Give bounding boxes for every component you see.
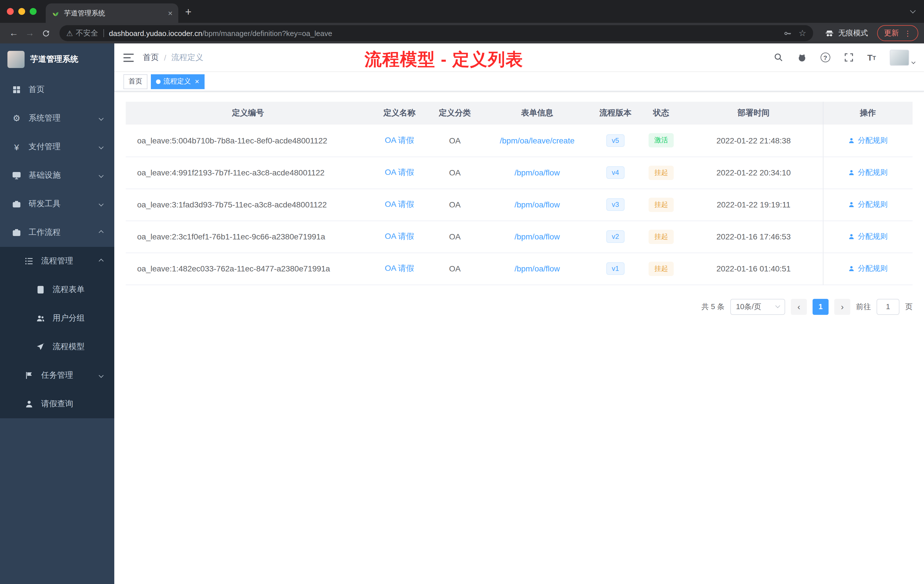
- key-icon[interactable]: [783, 29, 792, 38]
- question-icon[interactable]: ?: [820, 53, 830, 62]
- fullscreen-icon[interactable]: [844, 53, 853, 62]
- definition-category: OA: [429, 188, 481, 221]
- sidebar-item-user-group[interactable]: 用户分组: [0, 304, 114, 333]
- deploy-time: 2022-01-22 21:48:38: [685, 125, 823, 157]
- status-badge: 挂起: [648, 261, 674, 276]
- goto-input[interactable]: [876, 299, 899, 315]
- chevron-down-icon: [99, 173, 104, 178]
- pagination-next[interactable]: ›: [834, 299, 850, 315]
- definition-id: oa_leave:4:991f2193-7b7f-11ec-a3c8-acde4…: [126, 157, 370, 188]
- definition-id: oa_leave:1:482ec033-762a-11ec-8477-a2380…: [126, 252, 370, 285]
- sidebar-item-infrastructure[interactable]: 基础设施: [0, 161, 114, 190]
- tab-favicon-icon: [51, 9, 59, 17]
- tag-home[interactable]: 首页: [124, 74, 147, 89]
- sidebar-item-process-management[interactable]: 流程管理: [0, 247, 114, 276]
- sidebar-item-label: 系统管理: [28, 113, 61, 124]
- form-link[interactable]: /bpm/oa/flow: [515, 232, 560, 241]
- form-link[interactable]: /bpm/oa/flow: [515, 168, 560, 177]
- table-row: oa_leave:3:1fad3d93-7b75-11ec-a3c8-acde4…: [126, 188, 912, 221]
- assign-rule-link[interactable]: 分配规则: [848, 231, 888, 242]
- assign-person-icon: [848, 265, 855, 272]
- assign-person-icon: [848, 201, 855, 208]
- deploy-time: 2022-01-16 17:46:53: [685, 221, 823, 252]
- sidebar-item-leave-query[interactable]: 请假查询: [0, 390, 114, 418]
- deploy-time: 2022-01-16 01:40:51: [685, 252, 823, 285]
- traffic-light-minimize[interactable]: [18, 8, 25, 15]
- bookmark-star-icon[interactable]: ☆: [799, 28, 806, 38]
- tab-search-caret-icon[interactable]: [910, 8, 916, 13]
- assign-rule-link[interactable]: 分配规则: [848, 200, 888, 210]
- sidebar-item-label: 基础设施: [28, 170, 61, 181]
- tag-close-icon[interactable]: ×: [195, 77, 199, 86]
- definition-category: OA: [429, 221, 481, 252]
- tab-close-icon[interactable]: ×: [168, 8, 173, 18]
- tag-label: 首页: [129, 77, 142, 86]
- table-row: oa_leave:5:004b710b-7b8a-11ec-8ef0-acde4…: [126, 125, 912, 157]
- definition-name-link[interactable]: OA 请假: [385, 231, 414, 241]
- traffic-light-maximize[interactable]: [30, 8, 36, 15]
- sidebar-item-label: 首页: [28, 84, 45, 95]
- pagination-prev[interactable]: ‹: [791, 299, 807, 315]
- definition-category: OA: [429, 252, 481, 285]
- avatar-menu[interactable]: [890, 49, 915, 66]
- traffic-light-close[interactable]: [7, 8, 14, 15]
- assign-rule-link[interactable]: 分配规则: [848, 135, 888, 146]
- form-link[interactable]: /bpm/oa/flow: [515, 264, 560, 273]
- toolbox-icon: [12, 200, 22, 209]
- tag-label: 流程定义: [163, 77, 191, 86]
- more-menu-icon[interactable]: ⋮: [904, 29, 911, 38]
- sidebar-item-home[interactable]: 首页: [0, 76, 114, 104]
- assign-person-icon: [848, 169, 855, 176]
- version-tag: v3: [606, 198, 625, 211]
- sidebar-item-devtools[interactable]: 研发工具: [0, 190, 114, 218]
- deploy-time: 2022-01-22 19:19:11: [685, 188, 823, 221]
- page-content: 定义编号 定义名称 定义分类 表单信息 流程版本 状态 部署时间 操作 oa_l: [114, 91, 924, 584]
- definition-name-link[interactable]: OA 请假: [385, 167, 414, 177]
- omnibox[interactable]: ⚠ 不安全 dashboard.yudao.iocoder.cn/bpm/man…: [59, 25, 813, 41]
- hamburger-button[interactable]: [124, 53, 134, 62]
- definition-name-link[interactable]: OA 请假: [385, 135, 414, 145]
- github-icon[interactable]: [797, 53, 807, 62]
- pagination: 共 5 条 10条/页 ‹ 1 › 前往 页: [126, 299, 912, 315]
- monitor-icon: [12, 171, 22, 180]
- page-size-value: 10条/页: [736, 302, 761, 312]
- version-tag: v1: [606, 262, 625, 275]
- sidebar-item-label: 支付管理: [28, 142, 61, 152]
- sidebar-item-process-form[interactable]: 流程表单: [0, 276, 114, 304]
- table-row: oa_leave:4:991f2193-7b7f-11ec-a3c8-acde4…: [126, 157, 912, 188]
- font-size-icon[interactable]: TT: [867, 53, 876, 62]
- sidebar-item-workflow[interactable]: 工作流程: [0, 218, 114, 247]
- security-label[interactable]: 不安全: [76, 28, 98, 38]
- search-icon[interactable]: [774, 53, 783, 62]
- sidebar-item-label: 用户分组: [53, 313, 84, 323]
- tag-process-definition[interactable]: 流程定义 ×: [151, 74, 204, 89]
- table-row: oa_leave:2:3c1f0ef1-76b1-11ec-9c66-a2380…: [126, 221, 912, 252]
- sidebar-item-payment[interactable]: ¥ 支付管理: [0, 133, 114, 161]
- definition-name-link[interactable]: OA 请假: [385, 200, 414, 209]
- sidebar-logo[interactable]: 芋道管理系统: [0, 43, 114, 76]
- form-link[interactable]: /bpm/oa/leave/create: [500, 136, 574, 145]
- forward-button[interactable]: →: [22, 25, 38, 41]
- form-link[interactable]: /bpm/oa/flow: [515, 200, 560, 209]
- avatar: [890, 49, 909, 66]
- back-button[interactable]: ←: [6, 25, 22, 41]
- assign-rule-link[interactable]: 分配规则: [848, 167, 888, 178]
- breadcrumb-home[interactable]: 首页: [143, 52, 159, 63]
- sidebar-item-process-model[interactable]: 流程模型: [0, 333, 114, 361]
- browser-tab[interactable]: 芋道管理系统 ×: [46, 3, 178, 23]
- reload-button[interactable]: [38, 25, 54, 41]
- pagination-page-1[interactable]: 1: [813, 299, 828, 315]
- assign-rule-link[interactable]: 分配规则: [848, 264, 888, 274]
- chevron-down-icon: [99, 202, 104, 206]
- update-button[interactable]: 更新 ⋮: [877, 25, 918, 41]
- page-size-select[interactable]: 10条/页: [730, 299, 785, 315]
- sidebar-item-system[interactable]: ⚙ 系统管理: [0, 104, 114, 133]
- traffic-lights: [0, 0, 46, 23]
- document-icon: [35, 285, 46, 294]
- status-badge: 挂起: [648, 165, 674, 180]
- incognito-badge: 无痕模式: [819, 28, 874, 38]
- definition-name-link[interactable]: OA 请假: [385, 264, 414, 272]
- new-tab-button[interactable]: +: [185, 6, 191, 18]
- sidebar-item-task-management[interactable]: 任务管理: [0, 361, 114, 390]
- status-badge: 挂起: [648, 198, 674, 212]
